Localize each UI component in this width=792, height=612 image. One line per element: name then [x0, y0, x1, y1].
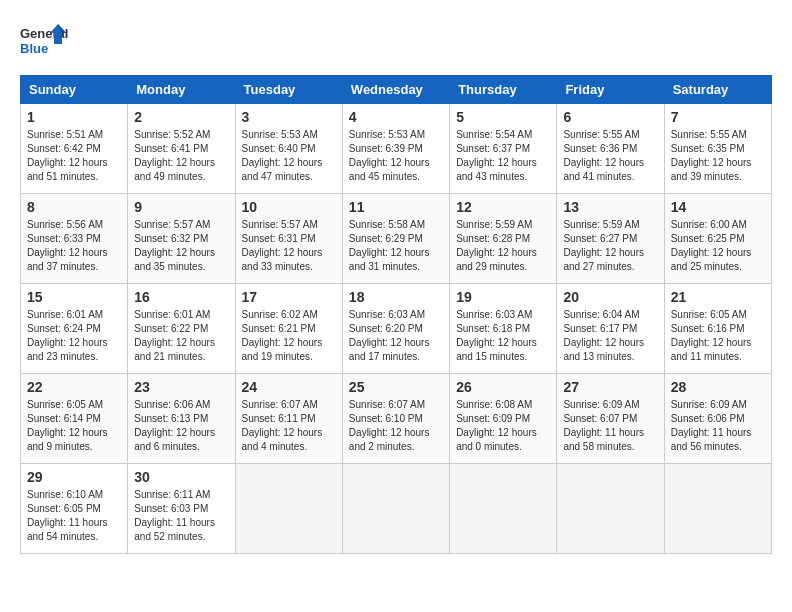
- svg-text:Blue: Blue: [20, 41, 48, 56]
- day-number: 13: [563, 199, 657, 215]
- day-number: 4: [349, 109, 443, 125]
- day-number: 19: [456, 289, 550, 305]
- day-info: Sunrise: 6:01 AMSunset: 6:22 PMDaylight:…: [134, 308, 228, 364]
- day-info: Sunrise: 6:07 AMSunset: 6:11 PMDaylight:…: [242, 398, 336, 454]
- weekday-header-saturday: Saturday: [664, 76, 771, 104]
- day-number: 2: [134, 109, 228, 125]
- day-info: Sunrise: 6:01 AMSunset: 6:24 PMDaylight:…: [27, 308, 121, 364]
- day-number: 17: [242, 289, 336, 305]
- day-info: Sunrise: 5:57 AMSunset: 6:31 PMDaylight:…: [242, 218, 336, 274]
- day-info: Sunrise: 6:05 AMSunset: 6:16 PMDaylight:…: [671, 308, 765, 364]
- calendar-day: 24Sunrise: 6:07 AMSunset: 6:11 PMDayligh…: [235, 374, 342, 464]
- calendar-day: 28Sunrise: 6:09 AMSunset: 6:06 PMDayligh…: [664, 374, 771, 464]
- calendar-day: 18Sunrise: 6:03 AMSunset: 6:20 PMDayligh…: [342, 284, 449, 374]
- calendar-day: 3Sunrise: 5:53 AMSunset: 6:40 PMDaylight…: [235, 104, 342, 194]
- day-info: Sunrise: 5:57 AMSunset: 6:32 PMDaylight:…: [134, 218, 228, 274]
- calendar-day: 12Sunrise: 5:59 AMSunset: 6:28 PMDayligh…: [450, 194, 557, 284]
- weekday-header-friday: Friday: [557, 76, 664, 104]
- day-info: Sunrise: 5:54 AMSunset: 6:37 PMDaylight:…: [456, 128, 550, 184]
- day-number: 30: [134, 469, 228, 485]
- weekday-header-thursday: Thursday: [450, 76, 557, 104]
- calendar-day: 22Sunrise: 6:05 AMSunset: 6:14 PMDayligh…: [21, 374, 128, 464]
- day-info: Sunrise: 5:52 AMSunset: 6:41 PMDaylight:…: [134, 128, 228, 184]
- weekday-header-monday: Monday: [128, 76, 235, 104]
- day-info: Sunrise: 5:53 AMSunset: 6:39 PMDaylight:…: [349, 128, 443, 184]
- calendar-day: 10Sunrise: 5:57 AMSunset: 6:31 PMDayligh…: [235, 194, 342, 284]
- calendar-day: 9Sunrise: 5:57 AMSunset: 6:32 PMDaylight…: [128, 194, 235, 284]
- calendar-day: 15Sunrise: 6:01 AMSunset: 6:24 PMDayligh…: [21, 284, 128, 374]
- day-number: 5: [456, 109, 550, 125]
- day-info: Sunrise: 6:11 AMSunset: 6:03 PMDaylight:…: [134, 488, 228, 544]
- day-number: 25: [349, 379, 443, 395]
- calendar-week-4: 22Sunrise: 6:05 AMSunset: 6:14 PMDayligh…: [21, 374, 772, 464]
- day-info: Sunrise: 5:55 AMSunset: 6:35 PMDaylight:…: [671, 128, 765, 184]
- day-info: Sunrise: 6:03 AMSunset: 6:20 PMDaylight:…: [349, 308, 443, 364]
- day-info: Sunrise: 6:00 AMSunset: 6:25 PMDaylight:…: [671, 218, 765, 274]
- day-number: 9: [134, 199, 228, 215]
- calendar-day: 16Sunrise: 6:01 AMSunset: 6:22 PMDayligh…: [128, 284, 235, 374]
- calendar-day: 11Sunrise: 5:58 AMSunset: 6:29 PMDayligh…: [342, 194, 449, 284]
- calendar-day: 7Sunrise: 5:55 AMSunset: 6:35 PMDaylight…: [664, 104, 771, 194]
- calendar-day: 6Sunrise: 5:55 AMSunset: 6:36 PMDaylight…: [557, 104, 664, 194]
- calendar-day: 25Sunrise: 6:07 AMSunset: 6:10 PMDayligh…: [342, 374, 449, 464]
- day-info: Sunrise: 6:05 AMSunset: 6:14 PMDaylight:…: [27, 398, 121, 454]
- day-number: 16: [134, 289, 228, 305]
- day-number: 29: [27, 469, 121, 485]
- day-info: Sunrise: 5:56 AMSunset: 6:33 PMDaylight:…: [27, 218, 121, 274]
- calendar-day: 1Sunrise: 5:51 AMSunset: 6:42 PMDaylight…: [21, 104, 128, 194]
- day-number: 15: [27, 289, 121, 305]
- calendar-day: [342, 464, 449, 554]
- day-info: Sunrise: 6:02 AMSunset: 6:21 PMDaylight:…: [242, 308, 336, 364]
- day-number: 3: [242, 109, 336, 125]
- day-info: Sunrise: 5:59 AMSunset: 6:27 PMDaylight:…: [563, 218, 657, 274]
- day-number: 18: [349, 289, 443, 305]
- day-info: Sunrise: 5:58 AMSunset: 6:29 PMDaylight:…: [349, 218, 443, 274]
- calendar-day: [235, 464, 342, 554]
- calendar-week-3: 15Sunrise: 6:01 AMSunset: 6:24 PMDayligh…: [21, 284, 772, 374]
- day-number: 28: [671, 379, 765, 395]
- day-info: Sunrise: 6:03 AMSunset: 6:18 PMDaylight:…: [456, 308, 550, 364]
- day-number: 6: [563, 109, 657, 125]
- page-header: General Blue: [20, 20, 772, 65]
- day-info: Sunrise: 6:07 AMSunset: 6:10 PMDaylight:…: [349, 398, 443, 454]
- day-number: 12: [456, 199, 550, 215]
- calendar-day: 23Sunrise: 6:06 AMSunset: 6:13 PMDayligh…: [128, 374, 235, 464]
- day-number: 23: [134, 379, 228, 395]
- calendar-day: 27Sunrise: 6:09 AMSunset: 6:07 PMDayligh…: [557, 374, 664, 464]
- calendar-table: SundayMondayTuesdayWednesdayThursdayFrid…: [20, 75, 772, 554]
- day-number: 22: [27, 379, 121, 395]
- day-info: Sunrise: 5:55 AMSunset: 6:36 PMDaylight:…: [563, 128, 657, 184]
- calendar-day: 30Sunrise: 6:11 AMSunset: 6:03 PMDayligh…: [128, 464, 235, 554]
- calendar-week-1: 1Sunrise: 5:51 AMSunset: 6:42 PMDaylight…: [21, 104, 772, 194]
- day-info: Sunrise: 5:59 AMSunset: 6:28 PMDaylight:…: [456, 218, 550, 274]
- day-number: 1: [27, 109, 121, 125]
- day-info: Sunrise: 5:53 AMSunset: 6:40 PMDaylight:…: [242, 128, 336, 184]
- day-number: 26: [456, 379, 550, 395]
- calendar-day: 20Sunrise: 6:04 AMSunset: 6:17 PMDayligh…: [557, 284, 664, 374]
- calendar-day: [450, 464, 557, 554]
- weekday-header-sunday: Sunday: [21, 76, 128, 104]
- day-info: Sunrise: 6:09 AMSunset: 6:06 PMDaylight:…: [671, 398, 765, 454]
- weekday-header-tuesday: Tuesday: [235, 76, 342, 104]
- day-number: 27: [563, 379, 657, 395]
- day-info: Sunrise: 6:04 AMSunset: 6:17 PMDaylight:…: [563, 308, 657, 364]
- logo-svg: General Blue: [20, 20, 70, 65]
- calendar-day: 26Sunrise: 6:08 AMSunset: 6:09 PMDayligh…: [450, 374, 557, 464]
- day-info: Sunrise: 5:51 AMSunset: 6:42 PMDaylight:…: [27, 128, 121, 184]
- day-number: 11: [349, 199, 443, 215]
- day-info: Sunrise: 6:09 AMSunset: 6:07 PMDaylight:…: [563, 398, 657, 454]
- day-number: 8: [27, 199, 121, 215]
- calendar-day: 8Sunrise: 5:56 AMSunset: 6:33 PMDaylight…: [21, 194, 128, 284]
- day-number: 24: [242, 379, 336, 395]
- calendar-day: 29Sunrise: 6:10 AMSunset: 6:05 PMDayligh…: [21, 464, 128, 554]
- calendar-day: [557, 464, 664, 554]
- calendar-week-5: 29Sunrise: 6:10 AMSunset: 6:05 PMDayligh…: [21, 464, 772, 554]
- logo: General Blue: [20, 20, 70, 65]
- day-number: 10: [242, 199, 336, 215]
- day-info: Sunrise: 6:06 AMSunset: 6:13 PMDaylight:…: [134, 398, 228, 454]
- day-info: Sunrise: 6:08 AMSunset: 6:09 PMDaylight:…: [456, 398, 550, 454]
- calendar-day: 5Sunrise: 5:54 AMSunset: 6:37 PMDaylight…: [450, 104, 557, 194]
- calendar-day: 21Sunrise: 6:05 AMSunset: 6:16 PMDayligh…: [664, 284, 771, 374]
- calendar-day: 13Sunrise: 5:59 AMSunset: 6:27 PMDayligh…: [557, 194, 664, 284]
- day-number: 21: [671, 289, 765, 305]
